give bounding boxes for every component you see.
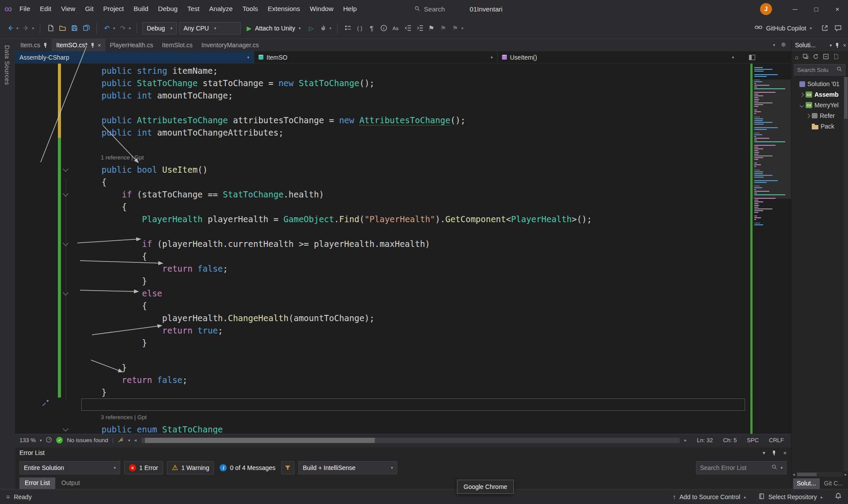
scrollbar-track[interactable]: [796, 472, 844, 477]
tab-solution-explorer[interactable]: Solut...: [793, 478, 820, 489]
document-tab-itemslot-cs[interactable]: ItemSlot.cs: [158, 39, 197, 51]
menu-edit[interactable]: Edit: [35, 0, 56, 18]
save-all-icon[interactable]: [81, 23, 91, 34]
fold-collapse-icon[interactable]: [63, 191, 68, 197]
close-icon[interactable]: ×: [783, 450, 787, 456]
start-without-debugging-icon[interactable]: ▷: [306, 23, 316, 34]
menu-file[interactable]: File: [15, 0, 35, 18]
code-line[interactable]: [81, 139, 750, 151]
errors-filter-button[interactable]: × 1 Error: [124, 461, 163, 474]
toggle-bookmark-icon[interactable]: ⚑: [426, 23, 436, 34]
error-list-header[interactable]: Error List ▾ ×: [15, 447, 791, 458]
menu-tools[interactable]: Tools: [238, 0, 263, 18]
chevron-down-icon[interactable]: ▾: [829, 43, 832, 48]
maximize-button[interactable]: □: [806, 0, 827, 18]
hot-reload-icon[interactable]: [318, 23, 328, 34]
code-line[interactable]: return false;: [81, 374, 750, 386]
document-tab-item-cs[interactable]: Item.cs: [16, 39, 52, 51]
code-line[interactable]: return false;: [81, 262, 750, 275]
platform-select[interactable]: Any CPU ▾: [179, 22, 241, 34]
hot-reload-dropdown-icon[interactable]: ▾: [329, 26, 331, 30]
tab-error-list[interactable]: Error List: [19, 477, 55, 489]
tab-options-gear-icon[interactable]: [780, 42, 787, 49]
menu-test[interactable]: Test: [183, 0, 205, 18]
fold-collapse-icon[interactable]: [63, 240, 68, 246]
pin-icon[interactable]: [91, 42, 95, 48]
code-cleanup-broom-icon[interactable]: [118, 436, 124, 444]
navigate-forward-icon[interactable]: [21, 23, 31, 34]
current-line[interactable]: [81, 398, 745, 411]
code-line[interactable]: [81, 102, 750, 114]
zoom-dropdown-icon[interactable]: ▾: [40, 438, 42, 443]
chevron-down-icon[interactable]: ▾: [763, 450, 765, 456]
issues-status[interactable]: No issues found: [67, 437, 108, 443]
code-line[interactable]: return true;: [81, 324, 750, 337]
navigate-backward-dropdown-icon[interactable]: ▾: [16, 26, 19, 30]
chevron-right-icon[interactable]: [806, 114, 810, 118]
split-editor-icon[interactable]: [749, 55, 755, 60]
horizontal-scrollbar[interactable]: [141, 438, 679, 443]
document-tab-itemso-cs-[interactable]: ItemSO.cs*×: [52, 39, 105, 51]
navigate-forward-dropdown-icon[interactable]: ▾: [32, 26, 34, 30]
scroll-left-icon[interactable]: ◂: [134, 437, 137, 443]
menu-project[interactable]: Project: [99, 0, 129, 18]
share-icon[interactable]: [820, 23, 829, 34]
close-icon[interactable]: ×: [98, 42, 101, 49]
code-line[interactable]: {: [81, 299, 750, 312]
solution-search-input[interactable]: [797, 67, 835, 73]
scrollbar-thumb[interactable]: [844, 77, 848, 119]
chevron-right-icon[interactable]: [800, 92, 804, 97]
parameter-info-icon[interactable]: ( ): [355, 23, 365, 34]
code-line[interactable]: if (playerHealth.currentHealth >= player…: [81, 238, 750, 250]
tree-item-refer[interactable]: Refer: [791, 110, 848, 121]
error-list-search-input[interactable]: [700, 464, 768, 471]
code-line[interactable]: PlayerHealth playerHealth = GameObject.F…: [81, 213, 750, 225]
new-file-icon[interactable]: [46, 23, 55, 34]
close-button[interactable]: ×: [827, 0, 848, 18]
code-line[interactable]: public AttributesToChange attributesToCh…: [81, 114, 750, 126]
debug-configuration-select[interactable]: Debug ▾: [142, 22, 177, 34]
codelens-line[interactable]: 1 reference | Gpt: [81, 151, 750, 163]
attach-to-unity-button[interactable]: ▶ Attach to Unity ▾: [243, 22, 304, 34]
scroll-right-icon[interactable]: ▸: [684, 437, 687, 443]
code-line[interactable]: }: [81, 386, 750, 398]
code-line[interactable]: else: [81, 287, 750, 299]
line-indicator[interactable]: Ln: 32: [697, 437, 713, 443]
menu-extensions[interactable]: Extensions: [263, 0, 305, 18]
code-line[interactable]: }: [81, 275, 750, 287]
solution-tree-scrollbar[interactable]: [844, 77, 848, 471]
decrease-indent-icon[interactable]: [403, 23, 412, 34]
tree-item-solution-01[interactable]: Solution '01: [791, 79, 848, 89]
chevron-down-icon[interactable]: [800, 103, 804, 107]
switch-views-icon[interactable]: [802, 53, 809, 61]
navigate-backward-icon[interactable]: [5, 23, 15, 34]
messages-filter-button[interactable]: i 0 of 4 Messages: [218, 464, 277, 471]
increase-indent-icon[interactable]: [414, 23, 424, 34]
tree-item-assemb[interactable]: C#Assemb: [791, 89, 848, 100]
solution-explorer-header[interactable]: Soluti... ▾ ×: [791, 39, 848, 51]
code-line[interactable]: [81, 349, 750, 361]
project-dropdown[interactable]: Assembly-CSharp ▾: [15, 51, 254, 63]
titlebar-search[interactable]: Search: [414, 5, 445, 13]
code-line[interactable]: playerHealth.ChangeHealth(amountToChange…: [81, 312, 750, 324]
minimap-scrollbar[interactable]: [750, 64, 791, 434]
save-icon[interactable]: [69, 23, 79, 34]
code-editor[interactable]: public string itemName; public StatToCha…: [15, 64, 791, 434]
scope-select[interactable]: Entire Solution ▾: [19, 461, 120, 474]
select-repository-button[interactable]: Select Repository ▴: [758, 493, 822, 501]
menu-view[interactable]: View: [56, 0, 80, 18]
notifications-bell-icon[interactable]: [835, 493, 842, 501]
word-completion-icon[interactable]: Aa: [391, 23, 400, 34]
code-line[interactable]: if (statToChange == StatToChange.health): [81, 188, 750, 201]
code-cleanup-dropdown-icon[interactable]: ▾: [128, 438, 130, 443]
pin-icon[interactable]: [835, 42, 839, 48]
toolbar-overflow-icon[interactable]: ▾: [461, 26, 464, 30]
show-whitespace-icon[interactable]: ¶: [367, 23, 376, 34]
menu-git[interactable]: Git: [80, 0, 98, 18]
minimize-button[interactable]: ─: [784, 0, 806, 18]
horizontal-scrollbar-thumb[interactable]: [145, 438, 375, 443]
fold-collapse-icon[interactable]: [63, 166, 68, 172]
codelens-line[interactable]: 3 references | Gpt: [81, 411, 750, 423]
previous-bookmark-icon[interactable]: ⚑: [438, 23, 448, 34]
solution-search[interactable]: [794, 64, 845, 76]
